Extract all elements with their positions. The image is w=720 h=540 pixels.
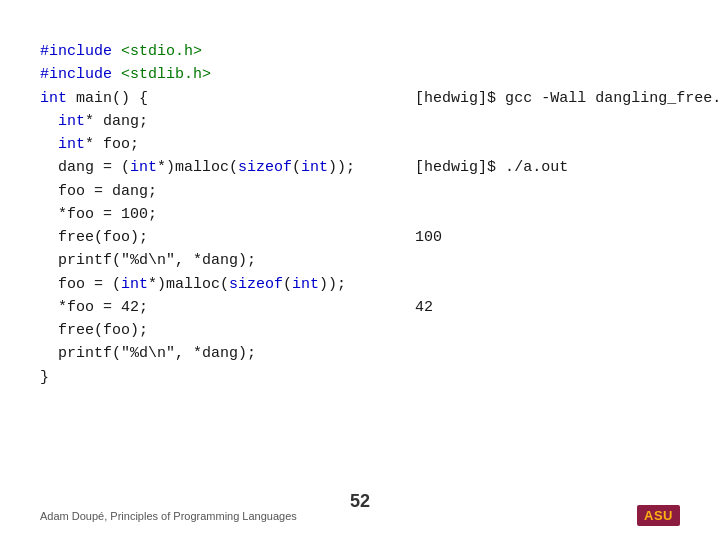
keyword: sizeof <box>238 159 292 176</box>
asu-logo: ASU <box>637 505 680 526</box>
terminal-line: 42 <box>415 296 680 319</box>
code-line: free(foo); <box>40 319 355 342</box>
code-line: #include <stdio.h> <box>40 40 355 63</box>
terminal-block: [hedwig]$ gcc -Wall dangling_free.c [hed… <box>415 40 680 389</box>
terminal-line: 100 <box>415 226 680 249</box>
code-line: free(foo); <box>40 226 355 249</box>
terminal-line: [hedwig]$ ./a.out <box>415 156 680 179</box>
terminal-line: [hedwig]$ gcc -Wall dangling_free.c <box>415 87 680 110</box>
code-line: #include <stdlib.h> <box>40 63 355 86</box>
keyword: int <box>292 276 319 293</box>
footer: Adam Doupé, Principles of Programming La… <box>0 505 720 526</box>
code-text: main() { <box>76 90 148 107</box>
code-line: *foo = 100; <box>40 203 355 226</box>
keyword: int <box>58 113 85 130</box>
keyword: sizeof <box>229 276 283 293</box>
code-line: foo = (int*)malloc(sizeof(int)); <box>40 273 355 296</box>
code-line: int* dang; <box>40 110 355 133</box>
include-path: <stdio.h> <box>121 43 202 60</box>
code-line: int main() { <box>40 87 355 110</box>
keyword: #include <box>40 43 112 60</box>
footer-course: Adam Doupé, Principles of Programming La… <box>40 510 297 522</box>
keyword: int <box>130 159 157 176</box>
footer-page-number: 52 <box>350 491 370 512</box>
code-line: *foo = 42; <box>40 296 355 319</box>
code-text: * dang; <box>85 113 148 130</box>
code-line: printf("%d\n", *dang); <box>40 342 355 365</box>
keyword: int <box>40 90 67 107</box>
slide: #include <stdio.h> #include <stdlib.h> i… <box>0 0 720 540</box>
keyword: int <box>121 276 148 293</box>
include-path: <stdlib.h> <box>121 66 211 83</box>
code-area: #include <stdio.h> #include <stdlib.h> i… <box>40 40 680 389</box>
code-line: foo = dang; <box>40 180 355 203</box>
keyword: int <box>301 159 328 176</box>
keyword: int <box>58 136 85 153</box>
code-line: dang = (int*)malloc(sizeof(int)); <box>40 156 355 179</box>
code-line: int* foo; <box>40 133 355 156</box>
code-line: printf("%d\n", *dang); <box>40 249 355 272</box>
keyword: #include <box>40 66 112 83</box>
code-line: } <box>40 366 355 389</box>
code-text: * foo; <box>85 136 139 153</box>
footer-logo: ASU <box>637 505 680 526</box>
code-block: #include <stdio.h> #include <stdlib.h> i… <box>40 40 355 389</box>
